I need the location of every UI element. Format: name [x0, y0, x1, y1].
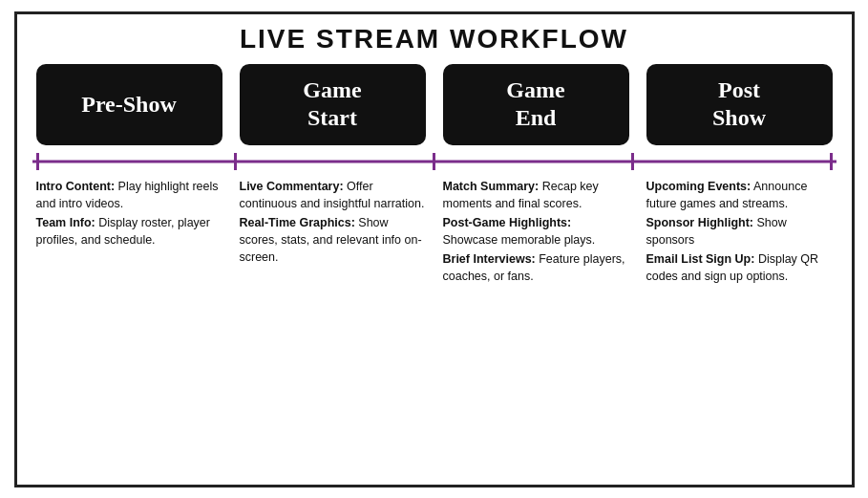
phase-box-postshow: PostShow	[646, 64, 833, 145]
phase-box-preshow: Pre-Show	[36, 64, 222, 145]
col-gamestart-commentary: Live Commentary: Offer continuous and in…	[240, 178, 426, 212]
col-gamestart: Live Commentary: Offer continuous and in…	[240, 178, 426, 471]
tick-4	[631, 153, 634, 170]
col-preshow-team: Team Info: Display roster, player profil…	[36, 214, 222, 249]
content-row: Intro Content: Play highlight reels and …	[32, 178, 836, 471]
col-gameend: Match Summary: Recap key moments and fin…	[443, 178, 629, 471]
col-postshow: Upcoming Events: Announce future games a…	[646, 178, 833, 471]
phase-box-gamestart: GameStart	[240, 64, 426, 145]
tick-2	[234, 153, 237, 170]
phase-boxes-row: Pre-Show GameStart GameEnd PostShow	[32, 64, 836, 145]
tick-5	[830, 153, 833, 170]
tick-1	[36, 153, 39, 170]
col-preshow-intro: Intro Content: Play highlight reels and …	[36, 178, 222, 212]
col-preshow: Intro Content: Play highlight reels and …	[36, 178, 222, 471]
tick-3	[433, 153, 435, 170]
col-gameend-interviews: Brief Interviews: Feature players, coach…	[443, 250, 629, 285]
timeline	[32, 153, 836, 170]
page-title: LIVE STREAM WORKFLOW	[32, 24, 836, 54]
phase-box-gameend: GameEnd	[443, 64, 629, 145]
col-postshow-sponsor: Sponsor Highlight: Show sponsors	[646, 214, 833, 249]
timeline-ticks	[36, 153, 833, 170]
workflow-container: LIVE STREAM WORKFLOW Pre-Show GameStart …	[14, 11, 855, 487]
col-gamestart-graphics: Real-Time Graphics: Show scores, stats, …	[240, 214, 426, 266]
col-postshow-email: Email List Sign Up: Display QR codes and…	[646, 250, 833, 285]
col-postshow-events: Upcoming Events: Announce future games a…	[646, 178, 833, 212]
col-gameend-summary: Match Summary: Recap key moments and fin…	[443, 178, 629, 212]
col-gameend-highlights: Post-Game Highlights: Showcase memorable…	[443, 214, 629, 249]
